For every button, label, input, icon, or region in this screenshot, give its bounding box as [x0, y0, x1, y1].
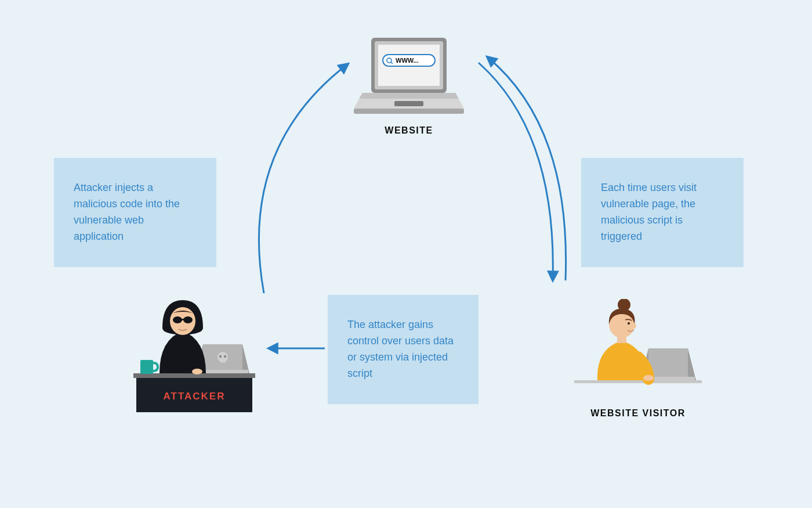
svg-rect-8 — [354, 109, 464, 114]
svg-point-36 — [643, 375, 654, 381]
info-box-attacker-gains: The attacker gains control over users da… — [328, 295, 478, 404]
svg-rect-27 — [574, 380, 702, 383]
svg-point-16 — [219, 355, 222, 358]
svg-marker-7 — [359, 93, 459, 99]
attacker-node: ATTACKER — [128, 293, 261, 420]
attacker-label-text: ATTACKER — [164, 391, 226, 402]
svg-rect-19 — [223, 361, 224, 363]
laptop-icon: WWW... — [354, 35, 464, 116]
svg-rect-20 — [224, 361, 226, 363]
svg-rect-18 — [220, 361, 222, 363]
svg-point-35 — [628, 322, 630, 325]
url-text: WWW... — [396, 57, 419, 64]
svg-point-26 — [192, 369, 202, 374]
svg-rect-25 — [181, 319, 184, 320]
arrow-control-to-attacker — [264, 343, 328, 354]
visitor-icon — [574, 299, 702, 398]
svg-rect-9 — [394, 101, 423, 106]
info-box-visitor-triggers: Each time users visit vulnerable page, t… — [581, 158, 744, 267]
svg-point-23 — [173, 316, 182, 323]
arrow-attacker-to-website — [232, 49, 360, 299]
svg-rect-11 — [133, 373, 255, 378]
svg-point-17 — [224, 355, 226, 358]
svg-point-24 — [183, 316, 193, 323]
attacker-icon: ATTACKER — [128, 293, 261, 418]
website-node: WWW... WEBSITE — [354, 35, 464, 136]
svg-rect-21 — [140, 360, 153, 374]
website-label: WEBSITE — [354, 125, 464, 136]
svg-rect-29 — [648, 348, 688, 380]
visitor-node: WEBSITE VISITOR — [574, 299, 702, 419]
arrows-website-visitor — [467, 51, 583, 289]
svg-point-34 — [632, 323, 636, 329]
info-box-attacker-injects: Attacker injects a malicious code into t… — [54, 158, 216, 267]
svg-point-33 — [618, 299, 630, 311]
visitor-label: WEBSITE VISITOR — [574, 408, 702, 419]
